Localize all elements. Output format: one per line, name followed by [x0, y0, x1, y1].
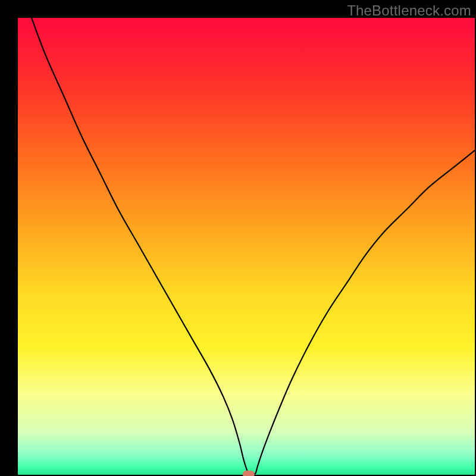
bottleneck-chart — [0, 0, 476, 476]
current-point-marker — [243, 471, 255, 476]
plot-background — [18, 18, 475, 475]
chart-container: TheBottleneck.com — [0, 0, 476, 476]
watermark-text: TheBottleneck.com — [347, 2, 471, 19]
